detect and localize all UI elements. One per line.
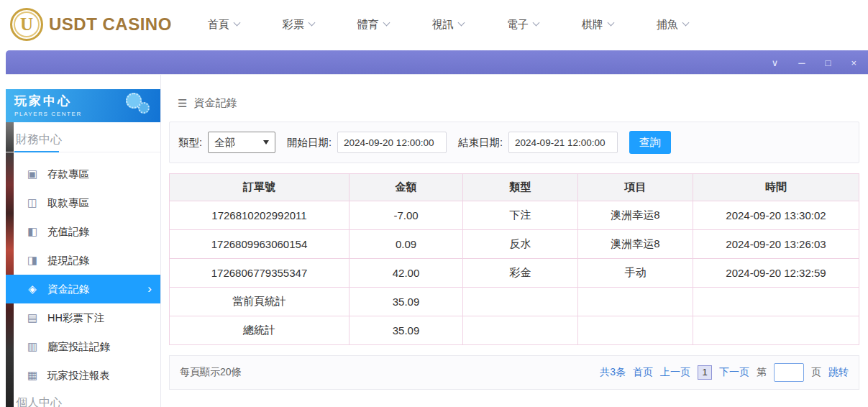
sidebar-item[interactable]: ▣ 存款專區 › — [6, 160, 160, 188]
poker-chip-icon — [126, 93, 142, 109]
table-cell: 1726806779355347 — [170, 259, 350, 288]
table-cell: 2024-09-20 13:26:03 — [693, 230, 859, 259]
table-cell: 總統計 — [170, 316, 350, 345]
topnav-item-label: 捕魚 — [657, 18, 678, 32]
topnav-item[interactable]: 首頁 — [186, 18, 261, 32]
start-date-input[interactable] — [337, 132, 447, 153]
table-cell: 42.00 — [350, 259, 463, 288]
maximize-icon[interactable]: □ — [826, 58, 831, 68]
topnav-item[interactable]: 彩票 — [261, 18, 336, 32]
chevron-down-icon[interactable]: ∨ — [772, 58, 779, 68]
current-page[interactable]: 1 — [698, 365, 712, 380]
table-cell: 2024-09-20 12:32:59 — [693, 259, 859, 288]
topnav-item-label: 彩票 — [283, 18, 304, 32]
table-cell: 1726810202992011 — [170, 201, 350, 230]
window-body: 玩家中心 PLAYERS CENTER 財務中心 ▣ 存款專區 › ◫ 取款專區… — [6, 74, 868, 407]
end-date-input[interactable] — [508, 132, 618, 153]
table-cell — [463, 288, 578, 316]
column-header: 訂單號 — [170, 174, 350, 201]
sidebar-item[interactable]: ◫ 取款專區 › — [6, 188, 160, 217]
lottery-bet-icon: ▤ — [26, 311, 39, 324]
table-body: 1726810202992011-7.00下注澳洲幸运82024-09-20 1… — [170, 201, 859, 345]
jump-prefix: 第 — [757, 366, 767, 379]
topnav-item[interactable]: 體育 — [336, 18, 411, 32]
chevron-down-icon — [308, 19, 315, 27]
table-cell: 彩金 — [463, 259, 578, 288]
logo-text: USDT CASINO — [49, 14, 172, 35]
chevron-down-icon — [263, 140, 269, 145]
sidebar-item[interactable]: ▥ 廳室投註記錄 › — [6, 332, 160, 361]
topnav: U USDT CASINO 首頁 彩票 體育 視訊 電子 棋牌 捕魚 — [0, 0, 868, 49]
screen: U USDT CASINO 首頁 彩票 體育 視訊 電子 棋牌 捕魚 ∨─□× — [0, 0, 868, 407]
search-button[interactable]: 查詢 — [629, 131, 671, 154]
deposit-icon: ▣ — [26, 168, 39, 180]
withdraw-area-icon: ◫ — [26, 196, 39, 209]
table-cell: 2024-09-20 13:30:02 — [693, 201, 859, 230]
logo-icon: U — [10, 8, 43, 41]
sidebar-section-personal: 個人中心 — [16, 395, 62, 407]
start-date-label: 開始日期: — [287, 136, 332, 150]
window-controls: ∨─□× — [751, 56, 856, 69]
table-cell: 澳洲幸运8 — [578, 230, 693, 259]
table-cell: 反水 — [463, 230, 578, 259]
sidebar-item[interactable]: ▦ 玩家投注報表 › — [6, 361, 160, 390]
sidebar-item-label: 充值記錄 — [47, 225, 89, 239]
table-footer: 每頁顯示20條 共3条 首页 上一页 1 下一页 第 页 跳转 — [169, 355, 859, 390]
sidebar-menu: ▣ 存款專區 › ◫ 取款專區 › ◧ 充值記錄 › ◨ 提現記錄 › ◈ 資金… — [6, 160, 160, 390]
table-cell: 35.09 — [350, 288, 463, 316]
topnav-item[interactable]: 棋牌 — [560, 18, 635, 32]
page-title: 資金記錄 — [193, 96, 237, 110]
table-cell — [578, 316, 693, 345]
table-cell: 下注 — [463, 201, 578, 230]
main-content: ☰ 資金記錄 類型: 全部 開始日期: 結束日期: 查詢 訂單號金 — [162, 75, 868, 407]
funds-record-icon: ◈ — [26, 283, 39, 296]
sidebar: 玩家中心 PLAYERS CENTER 財務中心 ▣ 存款專區 › ◫ 取款專區… — [6, 75, 161, 407]
sidebar-item-label: HH彩票下注 — [47, 311, 104, 325]
minimize-icon[interactable]: ─ — [798, 58, 805, 68]
column-header: 時間 — [693, 174, 859, 201]
topnav-item[interactable]: 電子 — [485, 18, 560, 32]
sidebar-item[interactable]: ▤ HH彩票下注 › — [6, 303, 160, 332]
chevron-down-icon — [532, 19, 539, 27]
topnav-item-label: 體育 — [357, 18, 379, 32]
sidebar-item-label: 取款專區 — [47, 196, 89, 210]
sidebar-item-label: 提現記錄 — [47, 254, 89, 267]
pagination: 共3条 首页 上一页 1 下一页 第 页 跳转 — [600, 363, 849, 382]
first-page-link[interactable]: 首页 — [633, 366, 653, 379]
topnav-item-label: 首頁 — [208, 18, 229, 32]
page-jump-input[interactable] — [774, 363, 804, 382]
table-cell: 1726809963060154 — [170, 230, 350, 259]
table-cell — [693, 288, 859, 316]
topnav-item-label: 視訊 — [432, 18, 454, 32]
type-label: 類型: — [178, 136, 202, 150]
table-cell — [693, 316, 859, 345]
topnav-item[interactable]: 視訊 — [411, 18, 485, 32]
sidebar-item[interactable]: ◧ 充值記錄 › — [6, 217, 160, 246]
app-window: ∨─□× 玩家中心 PLAYERS CENTER 財務中心 ▣ 存款專區 › ◫… — [6, 50, 868, 407]
chevron-down-icon — [607, 19, 614, 27]
type-select[interactable]: 全部 — [208, 132, 275, 153]
topnav-item[interactable]: 捕魚 — [635, 18, 710, 32]
sidebar-header: 玩家中心 PLAYERS CENTER — [6, 89, 160, 122]
next-page-link[interactable]: 下一页 — [719, 366, 749, 379]
table-cell — [578, 288, 693, 316]
menu-icon[interactable]: ☰ — [178, 97, 187, 110]
funds-table: 訂單號金額類型項目時間 1726810202992011-7.00下注澳洲幸运8… — [169, 173, 859, 345]
table-header-row: 訂單號金額類型項目時間 — [170, 174, 859, 201]
prev-page-link[interactable]: 上一页 — [660, 366, 690, 379]
sidebar-section-finance: 財務中心 — [16, 132, 62, 147]
sidebar-item-label: 玩家投注報表 — [47, 369, 110, 383]
sidebar-item[interactable]: ◈ 資金記錄 › — [6, 275, 160, 303]
table-cell: 當前頁統計 — [170, 288, 350, 316]
sidebar-item[interactable]: ◨ 提現記錄 › — [6, 246, 160, 275]
chevron-down-icon — [682, 19, 689, 27]
jump-button[interactable]: 跳转 — [828, 366, 849, 379]
close-icon[interactable]: × — [851, 58, 856, 68]
sidebar-item-label: 存款專區 — [47, 168, 89, 181]
column-header: 金額 — [350, 174, 463, 201]
logo[interactable]: U USDT CASINO — [10, 8, 172, 41]
topnav-item-label: 電子 — [507, 18, 529, 32]
sidebar-subtitle: PLAYERS CENTER — [14, 111, 152, 117]
player-bet-report-icon: ▦ — [26, 369, 39, 382]
section-accent-underline — [14, 151, 59, 152]
